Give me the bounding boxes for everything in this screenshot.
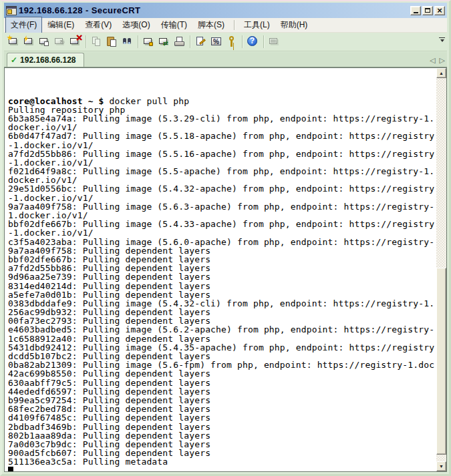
terminal-line: 44ededfd6597: Pulling dependent layers <box>8 387 436 396</box>
terminal-line: a5efe7a0d01b: Pulling dependent layers <box>8 290 436 299</box>
terminal-pane: core@localhost ~ $ docker pull phpPullin… <box>4 67 447 472</box>
terminal-line: 511136ea3c5a: Pulling metadata <box>8 457 436 466</box>
terminal-line: -1.docker.io/v1/ <box>8 228 436 237</box>
print-icon[interactable] <box>172 35 186 49</box>
connected-check-icon: ✓ <box>11 56 17 64</box>
terminal-line: 1c6588912a40: Pulling dependent layers <box>8 334 436 343</box>
menu-item-script[interactable]: 脚本(S) <box>192 17 230 33</box>
terminal-cursor-line <box>8 466 436 471</box>
toolbar-overflow-button[interactable] <box>439 37 445 44</box>
menu-item-tools[interactable]: 工具(L) <box>239 17 275 33</box>
toolbar-separator <box>263 35 264 48</box>
terminal-line: c3f5a4023aba: Pulling image (5.6.0-apach… <box>8 238 436 246</box>
copy-icon <box>90 35 104 49</box>
title-bar[interactable]: 192.168.66.128 - SecureCRT × <box>4 3 447 18</box>
terminal-line: 9a7aa409f758: Pulling dependent layers <box>8 246 436 255</box>
terminal-line: a7fd2d55bb86: Pulling image (5.5.16-apac… <box>8 150 436 158</box>
scrollbar-down-icon[interactable]: ▼ <box>436 461 446 471</box>
terminal-line: 802b1aaa89da: Pulling dependent layers <box>8 431 436 440</box>
securecrt-app-icon[interactable] <box>6 6 17 15</box>
terminal-line <box>8 70 436 79</box>
terminal-line <box>8 79 436 87</box>
menu-bar: 文件(F)编辑(E)查看(V)选项(O)传输(T)脚本(S)工具(L)帮助(H) <box>4 18 447 33</box>
window-controls: × <box>410 6 445 15</box>
toolbar-separator <box>138 35 138 48</box>
terminal-line: 42ac699b8550: Pulling dependent layers <box>8 369 436 378</box>
global-options-icon[interactable] <box>209 35 223 49</box>
terminal-line: d4109f67485c: Pulling dependent layers <box>8 413 436 422</box>
tab-bar: ✓ 192.168.66.128 ◁ ▷ <box>4 52 447 67</box>
terminal-line: 8314ed40214d: Pulling dependent layers <box>8 282 436 290</box>
session-tab[interactable]: ✓ 192.168.66.128 <box>7 53 84 67</box>
terminal-line: 6b0d47f47ad7: Pulling image (5.5.18-apac… <box>8 132 436 140</box>
menu-item-edit[interactable]: 编辑(E) <box>42 17 80 33</box>
terminal-line: -1.docker.io/v1/ <box>8 141 436 150</box>
session-options-icon[interactable] <box>194 35 208 49</box>
securecrt-window: 192.168.66.128 - SecureCRT × 文件(F)编辑(E)查… <box>0 0 451 476</box>
minimize-button[interactable] <box>410 6 421 15</box>
window-title: 192.168.66.128 - SecureCRT <box>19 5 410 15</box>
fullscreen-icon <box>267 35 281 49</box>
toolbar-separator <box>86 35 86 48</box>
terminal-line: 9d96aa25e739: Pulling dependent layers <box>8 272 436 281</box>
menu-item-view[interactable]: 查看(V) <box>80 17 117 33</box>
clone-session-icon[interactable] <box>37 35 51 49</box>
session-tab-label: 192.168.66.128 <box>20 55 76 65</box>
tab-scroll-right-icon[interactable]: ▷ <box>440 57 445 64</box>
menu-item-options[interactable]: 选项(O) <box>117 17 155 33</box>
terminal-line: 29e51d0556bc: Pulling image (5.4.32-apac… <box>8 184 436 193</box>
terminal-output[interactable]: core@localhost ~ $ docker pull phpPullin… <box>5 68 436 471</box>
scrollbar-up-icon[interactable]: ▲ <box>436 68 446 78</box>
terminal-line: Pulling repository php <box>8 105 436 114</box>
quick-connect-icon[interactable] <box>22 35 36 49</box>
maximize-button[interactable] <box>422 6 433 15</box>
vertical-scrollbar[interactable]: ▲ ▼ <box>436 68 446 471</box>
close-button[interactable]: × <box>434 6 445 15</box>
disconnect-icon[interactable] <box>68 35 82 49</box>
paste-icon[interactable] <box>105 35 119 49</box>
key-agent-icon[interactable] <box>224 35 239 49</box>
toolbar <box>4 33 447 51</box>
connect-icon[interactable] <box>7 35 21 49</box>
help-icon[interactable] <box>246 35 260 49</box>
tab-scroll-buttons: ◁ ▷ <box>430 57 445 64</box>
sftp-session-icon[interactable] <box>157 35 171 49</box>
file-transfer-icon[interactable] <box>142 35 156 49</box>
menu-separator <box>234 20 235 30</box>
terminal-line: 2bdbadf3469b: Pulling dependent layers <box>8 423 436 431</box>
terminal-line: 630aabff79c5: Pulling dependent layers <box>8 379 436 387</box>
toolbar-separator <box>242 35 243 48</box>
menu-item-help[interactable]: 帮助(H) <box>275 17 313 33</box>
menu-item-file[interactable]: 文件(F) <box>5 17 42 33</box>
terminal-cursor <box>8 467 13 471</box>
toolbar-icons <box>6 33 282 51</box>
scrollbar-thumb[interactable] <box>436 268 446 455</box>
terminal-line: core@localhost ~ $ docker pull php <box>8 97 436 105</box>
toolbar-separator <box>190 35 190 48</box>
reconnect-icon <box>53 35 67 49</box>
terminal-line: -1.docker.io/v1/ <box>8 194 436 202</box>
menu-item-transfer[interactable]: 传输(T) <box>156 17 192 33</box>
tab-scroll-left-icon[interactable]: ◁ <box>430 57 435 64</box>
terminal-line: e4603badbed5: Pulling image (5.6.2-apach… <box>8 325 436 334</box>
find-icon[interactable] <box>120 35 134 49</box>
